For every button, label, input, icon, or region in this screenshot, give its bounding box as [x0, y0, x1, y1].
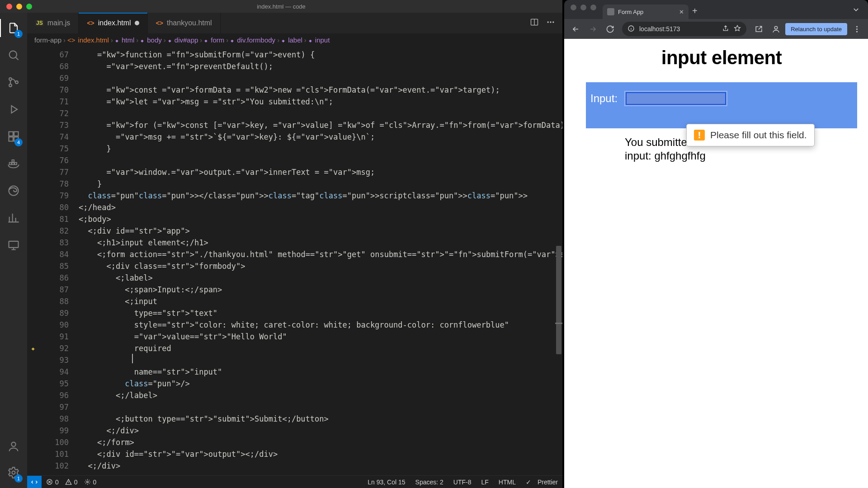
- vscode-window: index.html — code 1 4: [0, 0, 562, 488]
- ai-sparkle-icon[interactable]: ✦: [29, 343, 37, 354]
- window-controls: [569, 5, 600, 15]
- svg-rect-13: [9, 241, 19, 248]
- svg-point-15: [12, 471, 15, 474]
- breadcrumb-item[interactable]: ⬥input: [308, 36, 330, 44]
- validation-tooltip: ! Please fill out this field.: [686, 124, 815, 146]
- extensions-badge: 4: [14, 138, 23, 146]
- tag-icon: ⬥: [140, 36, 144, 44]
- chevron-down-icon[interactable]: [848, 2, 863, 17]
- svg-point-26: [856, 31, 857, 32]
- breadcrumb-item[interactable]: ⬥div.formbody: [230, 36, 275, 44]
- share-icon[interactable]: [722, 25, 729, 33]
- close-tab-icon[interactable]: ✕: [679, 9, 684, 15]
- source-control-icon[interactable]: [0, 70, 27, 94]
- editor-column: JS main.js <> index.html <> thankyou.htm…: [27, 13, 562, 488]
- address-bar[interactable]: localhost:5173: [622, 22, 746, 36]
- svg-point-2: [9, 84, 12, 87]
- forward-icon[interactable]: [585, 21, 600, 37]
- status-bar: 0 0 0 Ln 93, Col 15 Spaces: 2 UTF-8 L: [27, 475, 562, 488]
- status-lang[interactable]: HTML: [499, 479, 516, 486]
- breadcrumb-item[interactable]: ⬥body: [140, 36, 162, 44]
- window-controls: [0, 4, 32, 9]
- code-editor[interactable]: 6768697071727374757677787980818283848586…: [27, 47, 562, 475]
- tooltip-text: Please fill out this field.: [710, 130, 807, 141]
- tab-mainjs[interactable]: JS main.js: [27, 13, 79, 33]
- graph-icon[interactable]: [0, 206, 27, 230]
- status-errors[interactable]: 0: [46, 479, 59, 486]
- tag-icon: ⬥: [115, 36, 119, 44]
- tab-label: index.html: [98, 19, 131, 27]
- relaunch-button[interactable]: Relaunch to update: [785, 23, 847, 35]
- code-area[interactable]: ="kw">function ="fn">submitForm(="var">e…: [77, 47, 562, 475]
- breadcrumb-item[interactable]: <>index.html: [67, 36, 109, 44]
- tag-icon: ⬥: [204, 36, 208, 44]
- remote-icon[interactable]: [0, 233, 27, 257]
- status-spaces[interactable]: Spaces: 2: [415, 479, 443, 486]
- svg-rect-11: [12, 160, 14, 162]
- favicon-icon: [607, 8, 614, 15]
- bookmark-icon[interactable]: [734, 25, 741, 33]
- svg-point-1: [9, 78, 12, 80]
- activity-bar: 1 4: [0, 13, 27, 488]
- maximize-window-icon[interactable]: [26, 4, 32, 9]
- scrollbar-thumb[interactable]: [556, 246, 561, 354]
- status-warnings[interactable]: 0: [65, 479, 78, 486]
- more-actions-icon[interactable]: [546, 18, 555, 28]
- close-window-icon[interactable]: [571, 5, 576, 10]
- search-icon[interactable]: [0, 43, 27, 67]
- reload-icon[interactable]: [602, 21, 618, 37]
- breadcrumb-item[interactable]: form-app: [34, 36, 61, 44]
- svg-point-3: [15, 81, 18, 84]
- split-editor-icon[interactable]: [530, 18, 539, 28]
- breadcrumb-item[interactable]: ⬥form: [204, 36, 224, 44]
- tab-indexhtml[interactable]: <> index.html: [79, 13, 147, 33]
- text-input[interactable]: [626, 92, 726, 105]
- explorer-icon[interactable]: 1: [0, 16, 27, 40]
- breadcrumb-item[interactable]: ⬥div#app: [168, 36, 198, 44]
- close-window-icon[interactable]: [6, 4, 12, 9]
- docker-icon[interactable]: [0, 152, 27, 175]
- status-cursor[interactable]: Ln 93, Col 15: [368, 479, 405, 486]
- account-icon[interactable]: [0, 435, 27, 458]
- extensions-icon[interactable]: 4: [0, 125, 27, 148]
- titlebar: index.html — code: [0, 0, 562, 13]
- tab-thankyouhtml[interactable]: <> thankyou.html: [148, 13, 221, 33]
- tab-label: main.js: [47, 19, 71, 27]
- new-tab-icon[interactable]: +: [691, 6, 699, 19]
- svg-point-21: [86, 481, 88, 483]
- browser-tabstrip: Form App ✕ +: [564, 0, 868, 19]
- remote-indicator-icon[interactable]: [27, 476, 42, 488]
- scrollbar[interactable]: [555, 47, 562, 475]
- breadcrumbs[interactable]: form-app› <>index.html› ⬥html› ⬥body› ⬥d…: [27, 33, 562, 47]
- status-eol[interactable]: LF: [481, 479, 489, 486]
- tab-label: thankyou.html: [167, 19, 212, 27]
- profile-icon[interactable]: [768, 21, 783, 37]
- breadcrumb-item[interactable]: ⬥html: [115, 36, 134, 44]
- input-label: Input:: [590, 92, 618, 105]
- extensions-icon[interactable]: [751, 21, 766, 37]
- edge-icon[interactable]: [0, 179, 27, 202]
- vscode-main: 1 4: [0, 13, 562, 488]
- svg-point-17: [547, 21, 549, 23]
- maximize-window-icon[interactable]: [590, 5, 596, 10]
- svg-rect-8: [9, 163, 12, 165]
- status-prettier[interactable]: ✓ Prettier: [526, 479, 558, 486]
- html-file-icon: <>: [67, 36, 75, 44]
- status-ports[interactable]: 0: [84, 479, 97, 486]
- minimize-window-icon[interactable]: [16, 4, 22, 9]
- svg-rect-4: [9, 132, 13, 136]
- svg-point-0: [9, 51, 17, 58]
- site-info-icon[interactable]: [627, 25, 635, 33]
- html-file-icon: <>: [156, 19, 163, 27]
- tag-icon: ⬥: [168, 36, 172, 44]
- run-debug-icon[interactable]: [0, 98, 27, 121]
- browser-tab[interactable]: Form App ✕: [603, 5, 689, 19]
- minimize-window-icon[interactable]: [580, 5, 586, 10]
- menu-icon[interactable]: [849, 21, 864, 37]
- breadcrumb-item[interactable]: ⬥label: [281, 36, 302, 44]
- svg-point-23: [774, 26, 777, 29]
- settings-icon[interactable]: 1: [0, 461, 27, 484]
- back-icon[interactable]: [568, 21, 583, 37]
- status-encoding[interactable]: UTF-8: [453, 479, 472, 486]
- js-file-icon: JS: [35, 20, 44, 26]
